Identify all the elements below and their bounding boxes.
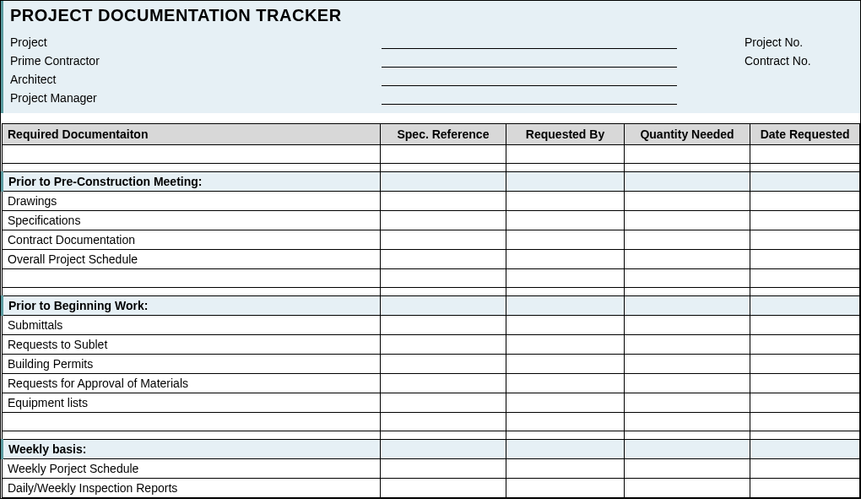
data-cell[interactable] [506, 250, 625, 269]
empty-cell[interactable] [750, 269, 860, 288]
empty-cell[interactable] [750, 145, 860, 164]
table-row: Contract Documentation [3, 230, 860, 250]
data-cell[interactable] [380, 335, 506, 355]
doc-name-cell[interactable]: Submittals [3, 316, 381, 335]
table-row: Requests for Approval of Materials [3, 374, 860, 393]
data-cell[interactable] [380, 479, 506, 498]
doc-name-cell[interactable]: Requests to Sublet [3, 335, 381, 355]
data-cell[interactable] [750, 230, 860, 250]
empty-cell[interactable] [506, 413, 625, 431]
manager-input-line[interactable] [382, 89, 677, 105]
doc-name-cell[interactable]: Drawings [3, 192, 381, 211]
data-cell[interactable] [624, 250, 750, 269]
data-cell[interactable] [624, 355, 750, 374]
data-cell[interactable] [750, 335, 860, 355]
data-cell[interactable] [506, 393, 625, 413]
gap-row [3, 288, 860, 296]
table-row [3, 413, 860, 431]
data-cell[interactable] [750, 393, 860, 413]
empty-cell[interactable] [624, 413, 750, 431]
header-row-architect: Architect [10, 68, 853, 86]
empty-cell[interactable] [3, 413, 381, 431]
data-cell[interactable] [750, 479, 860, 498]
project-input-line[interactable] [382, 34, 677, 49]
empty-cell[interactable] [380, 413, 506, 431]
data-cell[interactable] [750, 250, 860, 269]
prime-contractor-label: Prime Contractor [10, 54, 382, 68]
data-cell[interactable] [380, 230, 506, 250]
empty-cell[interactable] [506, 145, 625, 164]
data-cell[interactable] [506, 335, 625, 355]
data-cell[interactable] [380, 250, 506, 269]
empty-cell[interactable] [380, 269, 506, 288]
table-row: Equipment lists [3, 393, 860, 413]
section-header-cell [624, 440, 750, 459]
section-header-row: Prior to Pre-Construction Meeting: [3, 172, 860, 192]
doc-name-cell[interactable]: Equipment lists [3, 393, 381, 413]
data-cell[interactable] [506, 355, 625, 374]
col-header-reqby: Requested By [506, 124, 625, 145]
doc-name-cell[interactable]: Daily/Weekly Inspection Reports [3, 479, 381, 498]
header-row-contractor: Prime Contractor Contract No. [10, 49, 853, 68]
empty-cell[interactable] [624, 269, 750, 288]
architect-input-line[interactable] [382, 71, 677, 86]
table-row: Weekly Porject Schedule [3, 459, 860, 479]
table-row: Overall Project Schedule [3, 250, 860, 269]
empty-cell[interactable] [506, 269, 625, 288]
empty-cell[interactable] [750, 413, 860, 431]
data-cell[interactable] [506, 230, 625, 250]
doc-name-cell[interactable]: Requests for Approval of Materials [3, 374, 381, 393]
doc-name-cell[interactable]: Contract Documentation [3, 230, 381, 250]
data-cell[interactable] [380, 316, 506, 335]
data-cell[interactable] [750, 192, 860, 211]
data-cell[interactable] [624, 192, 750, 211]
data-cell[interactable] [380, 211, 506, 230]
data-cell[interactable] [380, 355, 506, 374]
data-cell[interactable] [624, 479, 750, 498]
data-cell[interactable] [750, 355, 860, 374]
data-cell[interactable] [506, 479, 625, 498]
data-cell[interactable] [750, 374, 860, 393]
data-cell[interactable] [624, 393, 750, 413]
table-row [3, 145, 860, 164]
data-cell[interactable] [624, 316, 750, 335]
data-cell[interactable] [624, 374, 750, 393]
table-row: Requests to Sublet [3, 335, 860, 355]
section-header-cell [506, 440, 625, 459]
data-cell[interactable] [750, 211, 860, 230]
data-cell[interactable] [506, 316, 625, 335]
doc-name-cell[interactable]: Weekly Porject Schedule [3, 459, 381, 479]
section-header-cell [750, 440, 860, 459]
col-header-doc: Required Documentaiton [3, 124, 381, 145]
project-manager-label: Project Manager [10, 91, 382, 105]
empty-cell[interactable] [3, 269, 381, 288]
data-cell[interactable] [380, 192, 506, 211]
data-cell[interactable] [380, 374, 506, 393]
contractor-input-line[interactable] [382, 52, 677, 68]
data-cell[interactable] [624, 335, 750, 355]
data-cell[interactable] [750, 459, 860, 479]
empty-cell[interactable] [624, 145, 750, 164]
data-cell[interactable] [506, 459, 625, 479]
doc-name-cell[interactable]: Overall Project Schedule [3, 250, 381, 269]
data-cell[interactable] [624, 459, 750, 479]
data-cell[interactable] [624, 230, 750, 250]
section-header-row: Weekly basis: [3, 440, 860, 459]
data-cell[interactable] [506, 211, 625, 230]
empty-cell[interactable] [3, 145, 381, 164]
table-row: Drawings [3, 192, 860, 211]
data-cell[interactable] [750, 316, 860, 335]
header-row-project: Project Project No. [10, 30, 853, 49]
col-header-qty: Quantity Needed [624, 124, 750, 145]
gap-row [3, 164, 860, 172]
data-cell[interactable] [380, 459, 506, 479]
table-row: Submittals [3, 316, 860, 335]
doc-name-cell[interactable]: Specifications [3, 211, 381, 230]
data-cell[interactable] [506, 192, 625, 211]
data-cell[interactable] [624, 211, 750, 230]
section-title: Weekly basis: [3, 440, 381, 459]
data-cell[interactable] [506, 374, 625, 393]
data-cell[interactable] [380, 393, 506, 413]
doc-name-cell[interactable]: Building Permits [3, 355, 381, 374]
empty-cell[interactable] [380, 145, 506, 164]
